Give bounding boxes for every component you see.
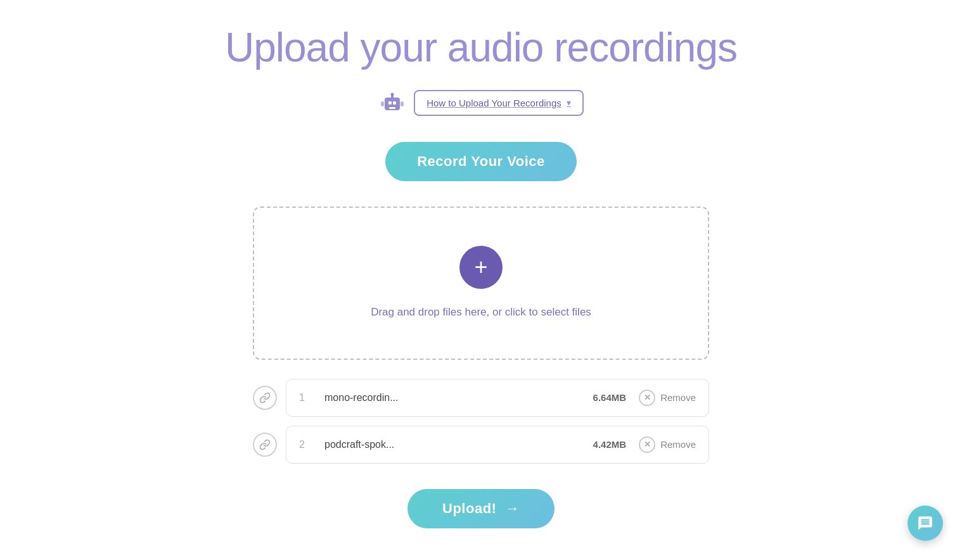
upload-button[interactable]: Upload! → bbox=[407, 489, 555, 528]
file-list: 1 mono-recordin... 6.64MB ✕ Remove 2 pod… bbox=[253, 379, 709, 464]
svg-rect-1 bbox=[388, 101, 392, 105]
file-number-1: 1 bbox=[299, 392, 312, 404]
remove-button-1[interactable]: ✕ Remove bbox=[639, 390, 696, 406]
svg-point-5 bbox=[391, 93, 394, 96]
link-icon-1[interactable] bbox=[253, 386, 277, 410]
file-name-2: podcraft-spok... bbox=[324, 439, 593, 450]
file-size-1: 6.64MB bbox=[593, 392, 627, 403]
chevron-down-icon: ▾ bbox=[567, 98, 571, 108]
file-dropzone[interactable]: + Drag and drop files here, or click to … bbox=[253, 207, 709, 360]
add-files-icon: + bbox=[459, 246, 503, 289]
link-icon-2[interactable] bbox=[253, 433, 277, 457]
help-dropdown-label: How to Upload Your Recordings bbox=[426, 98, 561, 108]
remove-label-2: Remove bbox=[660, 439, 696, 450]
file-size-2: 4.42MB bbox=[593, 439, 627, 450]
remove-label-1: Remove bbox=[660, 392, 696, 403]
page-title: Upload your audio recordings bbox=[225, 25, 737, 70]
upload-arrow-icon: → bbox=[505, 500, 520, 517]
remove-x-icon-1: ✕ bbox=[639, 390, 655, 406]
svg-rect-7 bbox=[401, 101, 404, 106]
help-dropdown-button[interactable]: How to Upload Your Recordings ▾ bbox=[414, 90, 584, 116]
file-number-2: 2 bbox=[299, 439, 312, 450]
file-row-container-1: 1 mono-recordin... 6.64MB ✕ Remove bbox=[253, 379, 709, 417]
chat-fab-button[interactable] bbox=[907, 506, 943, 541]
remove-x-icon-2: ✕ bbox=[639, 436, 655, 453]
upload-button-label: Upload! bbox=[442, 500, 496, 517]
file-name-1: mono-recordin... bbox=[324, 392, 593, 404]
help-row: How to Upload Your Recordings ▾ bbox=[378, 89, 584, 117]
remove-button-2[interactable]: ✕ Remove bbox=[639, 436, 696, 453]
dropzone-instructions: Drag and drop files here, or click to se… bbox=[371, 304, 591, 321]
svg-rect-2 bbox=[393, 101, 396, 105]
robot-icon bbox=[378, 89, 406, 117]
record-voice-button[interactable]: Record Your Voice bbox=[385, 142, 577, 181]
svg-rect-3 bbox=[389, 107, 395, 109]
table-row: 2 podcraft-spok... 4.42MB ✕ Remove bbox=[286, 426, 709, 464]
svg-rect-6 bbox=[381, 101, 384, 106]
file-row-container-2: 2 podcraft-spok... 4.42MB ✕ Remove bbox=[253, 426, 709, 464]
table-row: 1 mono-recordin... 6.64MB ✕ Remove bbox=[286, 379, 709, 417]
